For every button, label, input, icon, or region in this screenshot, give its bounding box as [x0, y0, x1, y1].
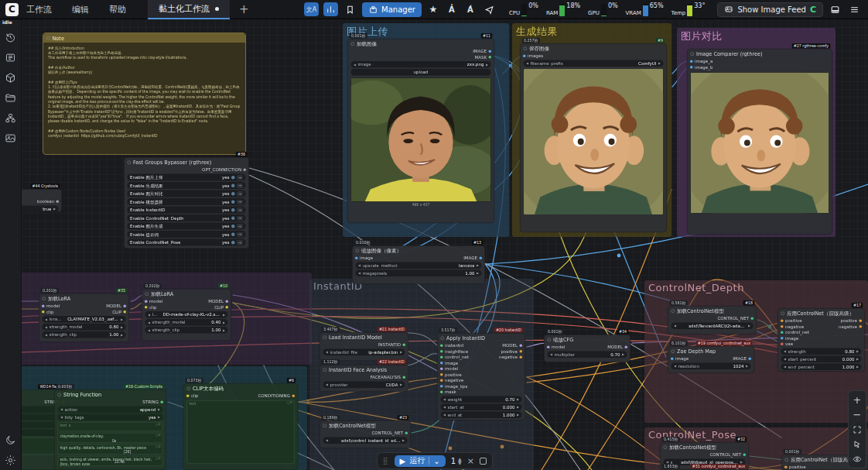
- input-port-model[interactable]: model: [440, 366, 458, 372]
- input-port-image_b[interactable]: image_b: [690, 65, 713, 70]
- input-port-images[interactable]: images: [523, 53, 543, 59]
- sidebar-workflow-button[interactable]: [2, 108, 20, 128]
- input-port-insightface[interactable]: insightface: [440, 349, 468, 355]
- image-preview[interactable]: [524, 69, 664, 214]
- widget-strength_clip[interactable]: ◀strength_clip1.00▶: [43, 331, 126, 338]
- widget-end_percent[interactable]: ◀end_percent1.000▶: [781, 364, 862, 371]
- input-port-control_net[interactable]: control_net: [781, 330, 809, 335]
- node-title-bar[interactable]: 加载ControlNet模型: [661, 443, 749, 452]
- node-title-bar[interactable]: Load InstantID Model: [320, 333, 408, 342]
- textarea-tools-icon[interactable]: ○⠿: [287, 400, 292, 404]
- widget-multiplier[interactable]: ◀multiplier0.70▶: [548, 352, 627, 359]
- menu-item-2[interactable]: 帮助: [109, 4, 126, 15]
- zoom-toolbar-cursor-button[interactable]: [850, 437, 864, 451]
- translate-button[interactable]: 文A: [304, 2, 319, 16]
- output-port-OPT_CONNECTION[interactable]: OPT_CONNECTION: [202, 167, 246, 173]
- manager-button[interactable]: Manager: [362, 2, 422, 17]
- sidebar-gear-button[interactable]: [2, 450, 20, 470]
- hamburger-menu-button[interactable]: [847, 2, 862, 16]
- textarea-tools-icon[interactable]: ○⠿: [155, 422, 161, 426]
- load-controlnet-instantid-node[interactable]: 0.189秒#23加载ControlNet模型CONTROL_NET◀sdxl\…: [320, 420, 411, 448]
- image-comparer-node[interactable]: #27 rgthree-comfyImage Comparer (rgthree…: [687, 49, 832, 235]
- output-port-CLIP[interactable]: CLIP: [112, 310, 126, 315]
- stepper-arrows-icon[interactable]: ▲▼: [458, 457, 462, 465]
- widget-strength[interactable]: ◀strength0.80▶: [781, 348, 862, 355]
- input-port-negative[interactable]: negative: [781, 324, 804, 330]
- output-port-MASK[interactable]: MASK: [474, 55, 491, 60]
- collapse-dot-icon[interactable]: [323, 335, 327, 339]
- output-port-STRING[interactable]: STRING: [142, 400, 163, 405]
- output-port-negative[interactable]: negative: [839, 324, 862, 330]
- batch-count-stepper[interactable]: 1 ▲▼: [451, 457, 462, 465]
- extension-a1-button[interactable]: A̓: [445, 2, 459, 16]
- node-title-bar[interactable]: 加载ControlNet模型: [668, 307, 757, 316]
- input-port-image_kps[interactable]: image_kps: [440, 384, 467, 389]
- collapse-dot-icon[interactable]: [128, 160, 132, 164]
- input-port-positive[interactable]: positive: [440, 372, 462, 378]
- bypass-toggle-Enable 图片生成[interactable]: Enable 图片生成yes→: [128, 223, 246, 230]
- zoe-depth-map-node[interactable]: 6.101秒#19 comfyui_controlnet_auxZoe Dept…: [668, 346, 754, 373]
- node-title-bar[interactable]: 缩放CFG: [545, 335, 630, 345]
- node-title-bar[interactable]: Note: [43, 33, 245, 43]
- output-port-CONTROL_NET[interactable]: CONTROL_NET: [717, 316, 754, 321]
- text-widget[interactable]: ○⠿solo, looking at viewer, smile, brown …: [58, 456, 163, 466]
- collapse-dot-icon[interactable]: [46, 36, 50, 40]
- collapse-dot-icon[interactable]: [548, 338, 552, 341]
- menu-item-0[interactable]: 工作流: [26, 4, 52, 15]
- input-port-clip[interactable]: clip: [145, 305, 157, 310]
- output-port-positive[interactable]: positive: [501, 349, 522, 355]
- load-controlnet-depth-node[interactable]: 0.581秒#18加载ControlNet模型CONTROL_NET◀sdxl\…: [668, 306, 757, 334]
- collapse-dot-icon[interactable]: [43, 297, 46, 300]
- workflow-tab[interactable]: 黏土化工作流: [148, 0, 230, 19]
- rescale-cfg-node[interactable]: 0.001秒#34缩放CFGmodelMODEL◀multiplier0.70▶: [544, 334, 630, 362]
- output-port-IMAGE[interactable]: IMAGE: [733, 356, 751, 362]
- textarea-tools-icon[interactable]: ○⠿: [155, 456, 161, 460]
- save-image-node[interactable]: 0.257秒#9保存图像images◀filename_prefixComfyU…: [520, 43, 667, 232]
- widget-action[interactable]: ◀actionappend▶: [58, 407, 163, 413]
- node-title-bar[interactable]: 加载图像: [348, 39, 494, 49]
- widget-end_at[interactable]: ◀end_at1.000▶: [441, 412, 522, 419]
- input-port-instantid[interactable]: instantid: [440, 343, 463, 348]
- output-port-IMAGE[interactable]: IMAGE: [463, 256, 482, 261]
- node-title-bar[interactable]: boolean: [22, 190, 62, 199]
- clip-text-encode-node[interactable]: 0.073秒#6CLIP文本编码clipCONDITIONING○⠿text: [183, 383, 298, 470]
- load-instantid-model-node[interactable]: 3.407秒#21 InstantIDLoad InstantID ModelI…: [320, 332, 408, 361]
- new-tab-button[interactable]: +: [230, 2, 258, 16]
- collapse-dot-icon[interactable]: [672, 349, 675, 353]
- widget-strength_model[interactable]: ◀strength_model0.80▶: [43, 324, 126, 331]
- widget-tidy_tags[interactable]: ◀tidy_tagsyes▶: [58, 414, 163, 421]
- node-title-bar[interactable]: String Function: [55, 390, 166, 400]
- sidebar-gallery-button[interactable]: [2, 128, 20, 148]
- load-image-node[interactable]: 0.001秒#11加载图像IMAGEMASK◀imagezxx.png▶uplo…: [347, 39, 494, 223]
- input-port-image[interactable]: image: [671, 356, 689, 362]
- output-port-MODEL[interactable]: MODEL: [208, 299, 228, 304]
- stop-button[interactable]: [480, 458, 487, 465]
- output-port-INSTANTID[interactable]: INSTANTID: [378, 342, 405, 348]
- collapse-dot-icon[interactable]: [785, 458, 789, 461]
- output-port-CONTROL_NET[interactable]: CONTROL_NET: [371, 431, 408, 436]
- output-port-positive[interactable]: positive: [840, 318, 862, 324]
- input-port-mask[interactable]: mask: [440, 389, 456, 395]
- textarea-tools-icon[interactable]: ○⠿: [155, 444, 161, 448]
- node-title-bar[interactable]: Zoe Depth Map: [668, 347, 754, 356]
- bypass-toggle-Enable 提示词[interactable]: Enable 提示词yes→: [128, 231, 246, 238]
- node-title-bar[interactable]: 加载LoRA: [142, 290, 231, 299]
- input-port-image_a[interactable]: image_a: [690, 59, 713, 64]
- output-port-MODEL[interactable]: MODEL: [502, 343, 522, 348]
- apply-instantid-node[interactable]: 3.517秒#20 InstantIDApply InstantIDinstan…: [437, 333, 525, 420]
- widget-upscale_method[interactable]: ◀upscale_methodlanczos▶: [356, 262, 482, 269]
- node-title-bar[interactable]: 加载ControlNet模型: [320, 421, 411, 431]
- share-button[interactable]: [482, 2, 497, 16]
- widget-weight[interactable]: ◀weight0.70▶: [441, 396, 522, 403]
- output-port-CLIP[interactable]: CLIP: [214, 305, 228, 310]
- collapse-dot-icon[interactable]: [145, 292, 149, 296]
- node-title-bar[interactable]: 保存图像: [521, 44, 667, 53]
- textarea-tools-icon[interactable]: ○⠿: [155, 433, 161, 437]
- clear-queue-button[interactable]: ×: [467, 456, 474, 466]
- note-node[interactable]: Note## 简介/Introduction 本工作流用于将上传的图片转换为黏土…: [43, 33, 246, 155]
- collapse-dot-icon[interactable]: [781, 311, 785, 315]
- widget-lora[interactable]: ◀loraDD-made-of-clay-XL-v2.safetensors▶: [145, 311, 228, 318]
- collapse-dot-icon[interactable]: [664, 445, 668, 449]
- text-widget[interactable]: ○⠿text: [187, 400, 295, 464]
- node-title-bar[interactable]: CLIP文本编码: [184, 384, 298, 393]
